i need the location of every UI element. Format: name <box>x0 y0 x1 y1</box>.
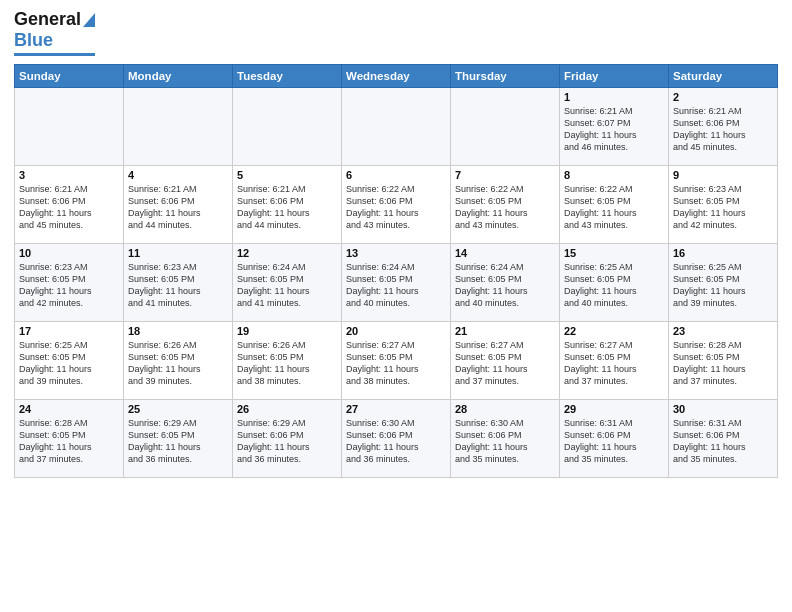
day-number: 16 <box>673 247 773 259</box>
day-number: 10 <box>19 247 119 259</box>
day-number: 24 <box>19 403 119 415</box>
day-number: 26 <box>237 403 337 415</box>
calendar-cell: 10Sunrise: 6:23 AM Sunset: 6:05 PM Dayli… <box>15 243 124 321</box>
day-number: 6 <box>346 169 446 181</box>
day-number: 1 <box>564 91 664 103</box>
weekday-header: Tuesday <box>233 64 342 87</box>
day-number: 9 <box>673 169 773 181</box>
calendar-cell <box>342 87 451 165</box>
day-number: 11 <box>128 247 228 259</box>
calendar-cell: 7Sunrise: 6:22 AM Sunset: 6:05 PM Daylig… <box>451 165 560 243</box>
calendar-cell: 21Sunrise: 6:27 AM Sunset: 6:05 PM Dayli… <box>451 321 560 399</box>
day-info: Sunrise: 6:26 AM Sunset: 6:05 PM Dayligh… <box>237 339 337 388</box>
day-number: 18 <box>128 325 228 337</box>
weekday-header: Friday <box>560 64 669 87</box>
calendar-cell: 2Sunrise: 6:21 AM Sunset: 6:06 PM Daylig… <box>669 87 778 165</box>
day-number: 13 <box>346 247 446 259</box>
day-info: Sunrise: 6:28 AM Sunset: 6:05 PM Dayligh… <box>673 339 773 388</box>
day-info: Sunrise: 6:31 AM Sunset: 6:06 PM Dayligh… <box>673 417 773 466</box>
calendar-cell: 19Sunrise: 6:26 AM Sunset: 6:05 PM Dayli… <box>233 321 342 399</box>
day-number: 21 <box>455 325 555 337</box>
calendar-cell: 20Sunrise: 6:27 AM Sunset: 6:05 PM Dayli… <box>342 321 451 399</box>
day-number: 3 <box>19 169 119 181</box>
calendar-cell: 4Sunrise: 6:21 AM Sunset: 6:06 PM Daylig… <box>124 165 233 243</box>
calendar-week-row: 24Sunrise: 6:28 AM Sunset: 6:05 PM Dayli… <box>15 399 778 477</box>
day-info: Sunrise: 6:21 AM Sunset: 6:06 PM Dayligh… <box>128 183 228 232</box>
calendar-cell: 15Sunrise: 6:25 AM Sunset: 6:05 PM Dayli… <box>560 243 669 321</box>
day-number: 15 <box>564 247 664 259</box>
day-number: 4 <box>128 169 228 181</box>
day-info: Sunrise: 6:28 AM Sunset: 6:05 PM Dayligh… <box>19 417 119 466</box>
calendar-cell: 8Sunrise: 6:22 AM Sunset: 6:05 PM Daylig… <box>560 165 669 243</box>
day-info: Sunrise: 6:23 AM Sunset: 6:05 PM Dayligh… <box>673 183 773 232</box>
day-info: Sunrise: 6:25 AM Sunset: 6:05 PM Dayligh… <box>673 261 773 310</box>
day-number: 5 <box>237 169 337 181</box>
calendar-cell: 24Sunrise: 6:28 AM Sunset: 6:05 PM Dayli… <box>15 399 124 477</box>
calendar-cell <box>233 87 342 165</box>
calendar-cell: 3Sunrise: 6:21 AM Sunset: 6:06 PM Daylig… <box>15 165 124 243</box>
day-number: 28 <box>455 403 555 415</box>
weekday-row: SundayMondayTuesdayWednesdayThursdayFrid… <box>15 64 778 87</box>
day-info: Sunrise: 6:21 AM Sunset: 6:06 PM Dayligh… <box>237 183 337 232</box>
day-info: Sunrise: 6:22 AM Sunset: 6:05 PM Dayligh… <box>455 183 555 232</box>
day-info: Sunrise: 6:23 AM Sunset: 6:05 PM Dayligh… <box>19 261 119 310</box>
day-info: Sunrise: 6:29 AM Sunset: 6:05 PM Dayligh… <box>128 417 228 466</box>
calendar-cell: 26Sunrise: 6:29 AM Sunset: 6:06 PM Dayli… <box>233 399 342 477</box>
header: General Blue <box>14 10 778 56</box>
day-info: Sunrise: 6:25 AM Sunset: 6:05 PM Dayligh… <box>564 261 664 310</box>
calendar-week-row: 3Sunrise: 6:21 AM Sunset: 6:06 PM Daylig… <box>15 165 778 243</box>
day-number: 2 <box>673 91 773 103</box>
calendar-cell: 11Sunrise: 6:23 AM Sunset: 6:05 PM Dayli… <box>124 243 233 321</box>
day-number: 20 <box>346 325 446 337</box>
day-info: Sunrise: 6:27 AM Sunset: 6:05 PM Dayligh… <box>346 339 446 388</box>
day-number: 30 <box>673 403 773 415</box>
calendar-cell: 13Sunrise: 6:24 AM Sunset: 6:05 PM Dayli… <box>342 243 451 321</box>
calendar-cell <box>124 87 233 165</box>
day-info: Sunrise: 6:27 AM Sunset: 6:05 PM Dayligh… <box>564 339 664 388</box>
calendar-week-row: 17Sunrise: 6:25 AM Sunset: 6:05 PM Dayli… <box>15 321 778 399</box>
day-info: Sunrise: 6:24 AM Sunset: 6:05 PM Dayligh… <box>346 261 446 310</box>
day-info: Sunrise: 6:30 AM Sunset: 6:06 PM Dayligh… <box>455 417 555 466</box>
day-info: Sunrise: 6:21 AM Sunset: 6:07 PM Dayligh… <box>564 105 664 154</box>
weekday-header: Saturday <box>669 64 778 87</box>
calendar-cell: 1Sunrise: 6:21 AM Sunset: 6:07 PM Daylig… <box>560 87 669 165</box>
calendar-cell: 12Sunrise: 6:24 AM Sunset: 6:05 PM Dayli… <box>233 243 342 321</box>
day-info: Sunrise: 6:22 AM Sunset: 6:05 PM Dayligh… <box>564 183 664 232</box>
calendar-cell: 28Sunrise: 6:30 AM Sunset: 6:06 PM Dayli… <box>451 399 560 477</box>
logo-blue: Blue <box>14 30 53 51</box>
calendar-week-row: 1Sunrise: 6:21 AM Sunset: 6:07 PM Daylig… <box>15 87 778 165</box>
calendar-cell <box>15 87 124 165</box>
calendar-body: 1Sunrise: 6:21 AM Sunset: 6:07 PM Daylig… <box>15 87 778 477</box>
day-number: 8 <box>564 169 664 181</box>
logo-text: General <box>14 10 95 30</box>
calendar-cell: 17Sunrise: 6:25 AM Sunset: 6:05 PM Dayli… <box>15 321 124 399</box>
calendar-cell: 14Sunrise: 6:24 AM Sunset: 6:05 PM Dayli… <box>451 243 560 321</box>
calendar-cell: 16Sunrise: 6:25 AM Sunset: 6:05 PM Dayli… <box>669 243 778 321</box>
day-info: Sunrise: 6:24 AM Sunset: 6:05 PM Dayligh… <box>455 261 555 310</box>
calendar-cell: 18Sunrise: 6:26 AM Sunset: 6:05 PM Dayli… <box>124 321 233 399</box>
calendar-week-row: 10Sunrise: 6:23 AM Sunset: 6:05 PM Dayli… <box>15 243 778 321</box>
day-info: Sunrise: 6:26 AM Sunset: 6:05 PM Dayligh… <box>128 339 228 388</box>
weekday-header: Thursday <box>451 64 560 87</box>
calendar-cell: 27Sunrise: 6:30 AM Sunset: 6:06 PM Dayli… <box>342 399 451 477</box>
calendar-cell: 6Sunrise: 6:22 AM Sunset: 6:06 PM Daylig… <box>342 165 451 243</box>
logo: General Blue <box>14 10 95 56</box>
calendar-cell: 23Sunrise: 6:28 AM Sunset: 6:05 PM Dayli… <box>669 321 778 399</box>
day-info: Sunrise: 6:24 AM Sunset: 6:05 PM Dayligh… <box>237 261 337 310</box>
calendar-cell: 30Sunrise: 6:31 AM Sunset: 6:06 PM Dayli… <box>669 399 778 477</box>
calendar-cell: 9Sunrise: 6:23 AM Sunset: 6:05 PM Daylig… <box>669 165 778 243</box>
day-number: 22 <box>564 325 664 337</box>
day-info: Sunrise: 6:27 AM Sunset: 6:05 PM Dayligh… <box>455 339 555 388</box>
calendar-cell: 22Sunrise: 6:27 AM Sunset: 6:05 PM Dayli… <box>560 321 669 399</box>
calendar-cell: 25Sunrise: 6:29 AM Sunset: 6:05 PM Dayli… <box>124 399 233 477</box>
calendar-cell: 29Sunrise: 6:31 AM Sunset: 6:06 PM Dayli… <box>560 399 669 477</box>
day-info: Sunrise: 6:29 AM Sunset: 6:06 PM Dayligh… <box>237 417 337 466</box>
main-container: General Blue SundayMondayTuesdayWednesda… <box>0 0 792 486</box>
day-number: 19 <box>237 325 337 337</box>
weekday-header: Sunday <box>15 64 124 87</box>
day-number: 14 <box>455 247 555 259</box>
day-number: 23 <box>673 325 773 337</box>
day-number: 27 <box>346 403 446 415</box>
day-info: Sunrise: 6:21 AM Sunset: 6:06 PM Dayligh… <box>19 183 119 232</box>
logo-underline <box>14 53 95 56</box>
